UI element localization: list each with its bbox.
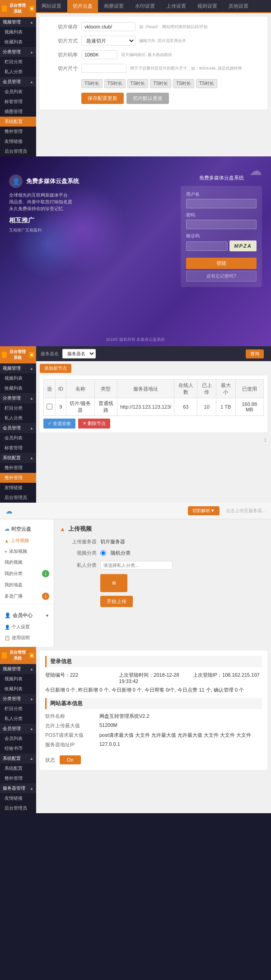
sidebar-item-video-list[interactable]: 视频列表 [0, 27, 36, 37]
on-toggle[interactable]: On [60, 755, 81, 764]
sidebar5-collect[interactable]: 收藏列表 [0, 684, 36, 694]
upload-sidebar-profile[interactable]: 👤 个人设置 [0, 622, 54, 632]
tab-album[interactable]: 相册设置 [98, 0, 130, 12]
sidebar-item-illustration[interactable]: 插图管理 [0, 107, 36, 117]
sidebar5-section-classify[interactable]: 分类管理 ▲ [0, 694, 36, 704]
add-node-button[interactable]: 添加新节点 [40, 364, 71, 373]
username-input[interactable] [186, 199, 257, 208]
col-used: 已使用 [235, 380, 263, 398]
sidebar3: 后台管理系统 ■ 视频管理 ▲ 视频列表 收藏列表 分类管理 ▲ 栏目分类 私人… [0, 346, 36, 503]
sidebar5-node[interactable]: 友情链接 [0, 793, 36, 803]
save-config-button[interactable]: 保存配置更新 [81, 93, 124, 104]
sidebar3-section-member[interactable]: 会员管理 ▲ [0, 423, 36, 433]
ts-badge-1[interactable]: TS时长 [81, 79, 103, 88]
sidebar3-video-list[interactable]: 视频列表 [0, 373, 36, 383]
sidebar3-section-video[interactable]: 视频管理 ▲ [0, 363, 36, 373]
sidebar-item-exterior[interactable]: 整外管理 [0, 127, 36, 137]
sidebar-item-column[interactable]: 栏目分类 [0, 57, 36, 67]
sidebar-section-video[interactable]: 视频管理 ▲ [0, 17, 36, 27]
sidebar5-admin[interactable]: 后台管理员 [0, 803, 36, 813]
sidebar5-system[interactable]: 系统配置 [0, 763, 36, 773]
login-right-title: 免费多媒体云盘系统 [181, 174, 262, 181]
sidebar5-section-member[interactable]: 会员管理 ▲ [0, 724, 36, 734]
forgot-password-btn[interactable]: 还有忘记密码? [186, 271, 257, 282]
parse-button[interactable]: 切割解析▼ [188, 506, 220, 515]
sidebar3-links[interactable]: 友情链接 [0, 483, 36, 493]
sidebar5-section-system[interactable]: 系统配置 ▲ [0, 754, 36, 763]
tab-website[interactable]: 网站设置 [36, 0, 67, 12]
tab-watermark[interactable]: 水印设置 [130, 0, 161, 12]
sidebar-item-links[interactable]: 友情链接 [0, 137, 36, 146]
sidebar-item-private[interactable]: 私人分类 [0, 67, 36, 77]
upload-sidebar-my-classify[interactable]: 我的分类 1 [0, 568, 54, 580]
delete-node-button[interactable]: ✕ 删除节点 [78, 419, 110, 429]
ts-badge-4[interactable]: TS时长 [150, 79, 171, 88]
upload-sidebar-my-zone[interactable]: 我的地盘 [0, 580, 54, 590]
start-upload-button[interactable]: 开始上传 [100, 596, 133, 607]
sidebar3-tag[interactable]: 标签管理 [0, 443, 36, 453]
tab-slice-cloud[interactable]: 切片云盘 [67, 0, 98, 12]
sidebar-item-system-config[interactable]: 系统配置 [0, 117, 36, 127]
sidebar5-exterior[interactable]: 整外管理 [0, 773, 36, 783]
sidebar5-private[interactable]: 私人分类 [0, 714, 36, 724]
password-input[interactable] [186, 220, 257, 229]
sidebar3-collect[interactable]: 收藏列表 [0, 383, 36, 393]
ts-badge-2[interactable]: TS时长 [104, 79, 126, 88]
row-type: 普通线路 [94, 398, 117, 416]
sidebar-item-collect[interactable]: 收藏列表 [0, 37, 36, 47]
header-left: ☁ [5, 507, 13, 515]
max-upload-key: 允许上传最大值 [45, 722, 99, 729]
captcha-input[interactable] [186, 241, 228, 251]
upload-sidebar-my-video[interactable]: 我的视频 [0, 557, 54, 568]
sidebar3-member-list[interactable]: 会员列表 [0, 433, 36, 443]
node-selector[interactable]: 服务器名 [62, 349, 96, 358]
ts-badge-3[interactable]: TS时长 [127, 79, 149, 88]
ts-badge-5[interactable]: TS时长 [173, 79, 194, 88]
sidebar3-section-node[interactable]: 系统配置 ▲ [0, 453, 36, 463]
ts-badge-6[interactable]: TS时长 [196, 79, 217, 88]
query-node-button[interactable]: 查询 [246, 349, 264, 358]
sidebar5-section-node2[interactable]: 服务器管理 ▲ [0, 783, 36, 793]
select-all-button[interactable]: ✓ 全选全改 [43, 419, 75, 429]
upload-title: ▲ 上传视频 [60, 525, 266, 533]
sidebar-section-member[interactable]: 会员管理 ▲ [0, 77, 36, 87]
sidebar-section-classify[interactable]: 分类管理 ▲ [0, 47, 36, 57]
sidebar-item-tag[interactable]: 标签管理 [0, 97, 36, 107]
sidebar3-admin[interactable]: 后台管理员 [0, 493, 36, 503]
sidebar3-section-classify[interactable]: 分类管理 ▲ [0, 393, 36, 403]
sidebar5-member-list[interactable]: 会员列表 [0, 734, 36, 744]
login-button[interactable]: 登陆 [186, 258, 257, 269]
size-input[interactable] [81, 64, 126, 73]
sidebar-item-admin[interactable]: 后台管理员 [0, 146, 36, 156]
tab-rules[interactable]: 规则设置 [192, 0, 223, 12]
sidebar3-node-manage[interactable]: 整外管理 [0, 473, 36, 483]
bitrate-input[interactable] [81, 50, 117, 59]
upload-sidebar-upload-video[interactable]: ▲ 上传视频 [0, 535, 54, 546]
classify-radio1[interactable] [100, 550, 106, 556]
tab-other[interactable]: 其他设置 [223, 0, 254, 12]
sidebar5-tag[interactable]: 经验书币 [0, 744, 36, 754]
sidebar3-private[interactable]: 私人分类 [0, 413, 36, 423]
system-info-form: 登录信息 登陆编号：222 上次登陆时间：2018-12-28 19:33:42… [40, 650, 267, 770]
sidebar5-video-list[interactable]: 视频列表 [0, 674, 36, 684]
sidebar3-column[interactable]: 栏目分类 [0, 403, 36, 413]
sidebar-badge: ■ [29, 6, 34, 11]
method-select[interactable]: 急速切片 [81, 36, 136, 46]
row-checkbox[interactable] [47, 404, 52, 410]
tab-upload[interactable]: 上传设置 [161, 0, 192, 12]
upload-sidebar-broadcast[interactable]: 多选广播 1 [0, 590, 54, 602]
broadcast-label: 多选广播 [5, 593, 23, 599]
sidebar5-column[interactable]: 栏目分类 [0, 704, 36, 714]
cancel-button[interactable]: 切片默认更改 [126, 93, 169, 104]
save-domain-input[interactable] [81, 22, 136, 31]
upload-sidebar-help[interactable]: 📋 使用说明 [0, 632, 54, 643]
user-center-icon: 👤 [5, 612, 11, 618]
section5-system-info: 后台管理系统 ■ 视频管理 ▲ 视频列表 收藏列表 分类管理 ▲ 栏目分类 私人… [0, 647, 271, 813]
sidebar-item-member-list[interactable]: 会员列表 [0, 87, 36, 97]
col-id: ID [56, 380, 66, 398]
col-uploaded: 已上传 [197, 380, 216, 398]
sidebar3-exterior[interactable]: 整外管理 [0, 463, 36, 473]
upload-sidebar-add-type[interactable]: + 添加视频 [0, 546, 54, 557]
private-input[interactable] [100, 561, 173, 570]
sidebar5-section-video[interactable]: 视频管理 ▲ [0, 664, 36, 674]
